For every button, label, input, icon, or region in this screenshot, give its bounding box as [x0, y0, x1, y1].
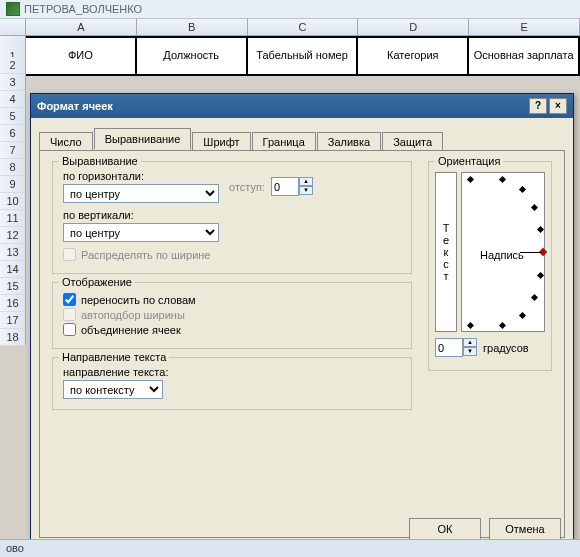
row-header[interactable]: 8: [0, 159, 26, 176]
table-row: 1 ФИО Должность Табельный номер Категори…: [0, 36, 580, 76]
col-header[interactable]: E: [469, 19, 580, 35]
orientation-group: Ориентация Текст: [428, 161, 552, 371]
degrees-down[interactable]: ▼: [463, 347, 477, 356]
distribute-label: Распределять по ширине: [81, 249, 210, 261]
alignment-panel: Выравнивание по горизонтали: по центру о…: [39, 150, 565, 538]
tab-number[interactable]: Число: [39, 132, 93, 151]
horizontal-label: по горизонтали:: [63, 170, 219, 182]
display-legend: Отображение: [59, 276, 135, 288]
indent-input[interactable]: [271, 177, 299, 196]
row-header[interactable]: 2: [0, 57, 26, 74]
indent-label: отступ:: [229, 181, 265, 193]
row-header[interactable]: 3: [0, 74, 26, 91]
direction-legend: Направление текста: [59, 351, 169, 363]
col-header[interactable]: B: [137, 19, 248, 35]
row-header[interactable]: 18: [0, 329, 26, 346]
row-header[interactable]: 17: [0, 312, 26, 329]
vertical-select[interactable]: по центру: [63, 223, 219, 242]
degrees-input[interactable]: [435, 338, 463, 357]
wrap-checkbox[interactable]: [63, 293, 76, 306]
shrink-label: автоподбор ширины: [81, 309, 185, 321]
tab-protection[interactable]: Защита: [382, 132, 443, 151]
merge-checkbox[interactable]: [63, 323, 76, 336]
status-bar: ово: [0, 539, 580, 557]
direction-label: направление текста:: [63, 366, 401, 378]
row-header[interactable]: 7: [0, 142, 26, 159]
degrees-label: градусов: [483, 342, 529, 354]
alignment-group: Выравнивание по горизонтали: по центру о…: [52, 161, 412, 274]
indent-up[interactable]: ▲: [299, 177, 313, 186]
degrees-up[interactable]: ▲: [463, 338, 477, 347]
row-header[interactable]: 9: [0, 176, 26, 193]
row-header[interactable]: 11: [0, 210, 26, 227]
horizontal-select[interactable]: по центру: [63, 184, 219, 203]
dialog-title: Формат ячеек: [37, 100, 113, 112]
dialog-titlebar: Формат ячеек ? ×: [31, 94, 573, 118]
ok-button[interactable]: ОК: [409, 518, 481, 540]
row-header[interactable]: 15: [0, 278, 26, 295]
tab-border[interactable]: Граница: [252, 132, 316, 151]
row-header[interactable]: 13: [0, 244, 26, 261]
tab-alignment[interactable]: Выравнивание: [94, 128, 192, 150]
display-group: Отображение переносить по словам автопод…: [52, 282, 412, 349]
select-all-corner[interactable]: [0, 19, 26, 35]
cell[interactable]: Основная зарплата: [469, 36, 580, 76]
format-cells-dialog: Формат ячеек ? × Число Выравнивание Шриф…: [30, 93, 574, 551]
row-header[interactable]: 10: [0, 193, 26, 210]
cell[interactable]: Категория: [358, 36, 469, 76]
row-header[interactable]: 12: [0, 227, 26, 244]
orientation-legend: Ориентация: [435, 155, 503, 167]
cell[interactable]: Табельный номер: [248, 36, 359, 76]
orientation-dial[interactable]: Надпись: [461, 172, 545, 332]
col-header[interactable]: D: [358, 19, 469, 35]
shrink-checkbox: [63, 308, 76, 321]
dial-label: Надпись: [480, 249, 524, 261]
col-header[interactable]: A: [26, 19, 137, 35]
row-header[interactable]: 14: [0, 261, 26, 278]
cell[interactable]: Должность: [137, 36, 248, 76]
row-header[interactable]: 16: [0, 295, 26, 312]
row-headers-column: 23456789101112131415161718: [0, 57, 26, 346]
vertical-label: по вертикали:: [63, 209, 401, 221]
workbook-title-bar: ПЕТРОВА_ВОЛЧЕНКО: [0, 0, 580, 19]
col-header[interactable]: C: [248, 19, 359, 35]
tab-font[interactable]: Шрифт: [192, 132, 250, 151]
close-button[interactable]: ×: [549, 98, 567, 114]
direction-select[interactable]: по контексту: [63, 380, 163, 399]
spreadsheet-area: A B C D E 1 ФИО Должность Табельный номе…: [0, 19, 580, 76]
indent-down[interactable]: ▼: [299, 186, 313, 195]
workbook-name: ПЕТРОВА_ВОЛЧЕНКО: [24, 3, 142, 15]
distribute-checkbox: [63, 248, 76, 261]
tab-fill[interactable]: Заливка: [317, 132, 381, 151]
merge-label: объединение ячеек: [81, 324, 181, 336]
cancel-button[interactable]: Отмена: [489, 518, 561, 540]
wrap-label: переносить по словам: [81, 294, 196, 306]
column-headers: A B C D E: [0, 19, 580, 36]
row-header[interactable]: 6: [0, 125, 26, 142]
help-button[interactable]: ?: [529, 98, 547, 114]
row-header[interactable]: 5: [0, 108, 26, 125]
tab-strip: Число Выравнивание Шрифт Граница Заливка…: [39, 128, 565, 150]
excel-icon: [6, 2, 20, 16]
row-header[interactable]: 4: [0, 91, 26, 108]
alignment-legend: Выравнивание: [59, 155, 141, 167]
direction-group: Направление текста направление текста: п…: [52, 357, 412, 410]
vertical-text-button[interactable]: Текст: [435, 172, 457, 332]
cell[interactable]: ФИО: [26, 36, 137, 76]
